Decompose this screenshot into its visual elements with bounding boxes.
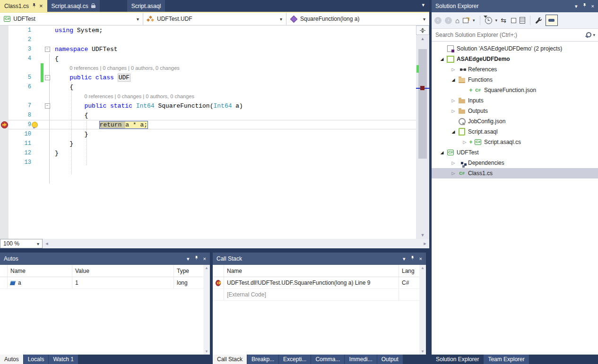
breakpoint-current-statement-icon[interactable]: [1, 121, 8, 128]
scroll-up-arrow[interactable]: ▲: [416, 35, 429, 42]
tool-window-tab-call-stack[interactable]: Call Stack: [213, 355, 247, 364]
column-header[interactable]: Name: [8, 265, 72, 277]
sync-with-active-document-icon[interactable]: ⇆: [501, 17, 506, 24]
search-input[interactable]: [434, 31, 585, 39]
preview-selected-items-toggle[interactable]: [546, 15, 558, 26]
home-icon[interactable]: ⌂: [455, 17, 459, 24]
back-icon[interactable]: ‹: [434, 17, 442, 24]
split-window-handle[interactable]: [416, 25, 429, 35]
pin-icon[interactable]: [582, 3, 587, 9]
horizontal-scrollbar-track[interactable]: [51, 239, 421, 248]
code-line[interactable]: 9return a * a;: [0, 120, 416, 129]
lightbulb-icon[interactable]: [32, 122, 38, 128]
tree-item-dependencies[interactable]: ▷Dependencies: [432, 158, 598, 168]
stack-frame-row[interactable]: [External Code]: [213, 289, 426, 301]
column-header[interactable]: Value: [72, 265, 174, 277]
call-stack-title-bar[interactable]: Call Stack ▾ ×: [213, 253, 426, 265]
tab-script-asaql-cs[interactable]: Script.asaql.cs: [47, 0, 100, 12]
table-row[interactable]: a1long: [0, 277, 210, 289]
chevron-down-icon[interactable]: ▾: [495, 18, 498, 23]
close-icon[interactable]: ×: [39, 3, 43, 9]
tree-item-references[interactable]: ▷References: [432, 64, 598, 75]
code-line[interactable]: 2: [0, 35, 416, 44]
tree-item-jobconfig-json[interactable]: JobConfig.json: [432, 116, 598, 127]
type-dropdown[interactable]: UDFTest.UDF ▾: [143, 13, 286, 25]
collapse-box-icon[interactable]: −: [45, 47, 50, 52]
code-line[interactable]: 12}: [0, 148, 416, 158]
search-icon[interactable]: [585, 32, 592, 38]
expander-collapsed-icon[interactable]: ▷: [450, 109, 457, 113]
editor-vertical-scrollbar[interactable]: ▲ ▼: [416, 25, 429, 239]
autos-title-bar[interactable]: Autos ▾ ×: [0, 253, 210, 265]
tool-window-tab-output[interactable]: Output: [377, 355, 403, 364]
expander-expanded-icon[interactable]: ◢: [450, 77, 457, 82]
tree-item-functions[interactable]: ◢Functions: [432, 75, 598, 85]
pin-icon[interactable]: [32, 3, 36, 8]
outlining-cell[interactable]: −: [43, 47, 51, 52]
close-icon[interactable]: ×: [591, 4, 594, 9]
code-line[interactable]: 5−public class UDF: [0, 73, 416, 82]
code-line[interactable]: 6{: [0, 82, 416, 92]
window-position-chevron-icon[interactable]: ▾: [187, 256, 190, 262]
expander-collapsed-icon[interactable]: ▷: [450, 161, 457, 165]
code-line[interactable]: 11}: [0, 139, 416, 148]
expander-expanded-icon[interactable]: ◢: [450, 129, 457, 134]
outlining-cell[interactable]: −: [43, 75, 51, 80]
window-position-chevron-icon[interactable]: ▾: [575, 4, 578, 9]
tool-window-tab-team-explorer[interactable]: Team Explorer: [484, 355, 529, 364]
autos-scrollbar[interactable]: ▲ ▼: [203, 265, 210, 355]
code-line[interactable]: 4{: [0, 54, 416, 63]
codelens-row[interactable]: 0 references | 0 changes | 0 authors, 0 …: [0, 92, 416, 101]
solution-explorer-title-bar[interactable]: Solution Explorer ▾ ×: [432, 0, 598, 12]
collapse-box-icon[interactable]: −: [45, 75, 50, 80]
tab-list-chevron-icon[interactable]: ▾: [422, 2, 425, 8]
call-stack-scrollbar[interactable]: ▲ ▼: [419, 265, 426, 355]
scroll-right-arrow[interactable]: ►: [421, 239, 429, 248]
tree-item-squarefunction-json[interactable]: +C#SquareFunction.json: [432, 85, 598, 95]
tree-item-class1-cs[interactable]: ▷C#Class1.cs: [432, 168, 598, 178]
code-line[interactable]: 10}: [0, 129, 416, 139]
chevron-down-icon[interactable]: ▾: [593, 33, 595, 37]
tree-item-outputs[interactable]: ▷Outputs: [432, 106, 598, 116]
tool-window-tab-watch-1[interactable]: Watch 1: [49, 355, 78, 364]
expander-expanded-icon[interactable]: ◢: [438, 57, 446, 61]
tool-window-tab-autos[interactable]: Autos: [0, 355, 23, 364]
tab-script-asaql[interactable]: Script.asaql: [127, 0, 165, 12]
collapse-all-icon[interactable]: [511, 18, 516, 23]
tool-window-tab-comma-[interactable]: Comma...: [311, 355, 344, 364]
tree-item-script-asaql-cs[interactable]: ▷+C#Script.asaql.cs: [432, 137, 598, 147]
scrollbar-thumb[interactable]: [418, 49, 427, 159]
properties-pages-icon[interactable]: [520, 17, 525, 24]
collapse-box-icon[interactable]: −: [45, 103, 50, 109]
tool-window-tab-locals[interactable]: Locals: [24, 355, 49, 364]
switch-views-icon[interactable]: [463, 17, 469, 23]
wrench-icon[interactable]: [535, 17, 542, 24]
scroll-down-arrow[interactable]: ▼: [416, 231, 429, 239]
forward-icon[interactable]: ›: [445, 17, 452, 24]
tree-item-asaedgeudfdemo[interactable]: ◢ASAEdgeUDFDemo: [432, 54, 598, 64]
pin-icon[interactable]: [194, 256, 199, 262]
tab-class1-cs[interactable]: Class1.cs ×: [0, 0, 47, 12]
tree-item-inputs[interactable]: ▷Inputs: [432, 95, 598, 106]
code-line[interactable]: 7−public static Int64 SquareFunction(Int…: [0, 101, 416, 110]
pin-icon[interactable]: [410, 256, 415, 262]
scroll-left-arrow[interactable]: ◄: [43, 239, 51, 248]
code-line[interactable]: 3−namespace UDFTest: [0, 44, 416, 54]
tool-window-tab-immedi-[interactable]: Immedi...: [345, 355, 376, 364]
scrollbar-track[interactable]: [416, 42, 429, 231]
stack-frame-row[interactable]: UDFTest.dll!UDFTest.UDF.SquareFunction(l…: [213, 277, 426, 289]
tool-window-tab-excepti-[interactable]: Excepti...: [279, 355, 311, 364]
project-dropdown[interactable]: C# UDFTest ▾: [0, 13, 143, 25]
expander-collapsed-icon[interactable]: ▷: [450, 67, 457, 72]
tree-item-script-asaql[interactable]: ◢Script.asaql: [432, 127, 598, 137]
tree-item-udftest[interactable]: ◢C#UDFTest: [432, 147, 598, 158]
gutter-cell[interactable]: [0, 121, 9, 128]
tool-window-tab-breakp-[interactable]: Breakp...: [247, 355, 278, 364]
tool-window-tab-solution-explorer[interactable]: Solution Explorer: [432, 355, 483, 364]
zoom-dropdown[interactable]: 100 % ▾: [0, 239, 43, 248]
close-icon[interactable]: ×: [419, 256, 422, 262]
tree-item-solution-asaedgeudfdemo-2-projects-[interactable]: Solution 'ASAEdgeUDFDemo' (2 projects): [432, 43, 598, 54]
expander-collapsed-icon[interactable]: ▷: [461, 140, 468, 144]
outlining-cell[interactable]: −: [43, 103, 51, 109]
code-area[interactable]: 1using System;23−namespace UDFTest4{0 re…: [0, 25, 416, 239]
